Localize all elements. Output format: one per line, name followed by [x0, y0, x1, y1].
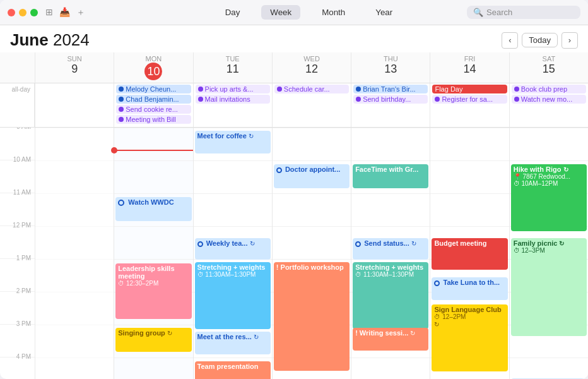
day-view-button[interactable]: Day — [216, 5, 249, 20]
allday-label: all-day — [0, 83, 35, 127]
event-leadership-meeting[interactable]: Leadership skills meeting ⏱ 12:30–2PM — [115, 263, 191, 319]
fullscreen-button[interactable] — [30, 9, 38, 16]
calendar-dot — [119, 117, 124, 122]
allday-event-flag-day[interactable]: Flag Day — [432, 85, 507, 93]
calendar-dot — [198, 87, 203, 92]
allday-event[interactable]: Melody Cheun... — [116, 85, 191, 93]
allday-row: all-day Melody Cheun... Chad Benjamin...… — [0, 83, 588, 128]
allday-event[interactable]: Schedule car... — [274, 85, 349, 93]
month-view-button[interactable]: Month — [313, 5, 354, 20]
day-col-mon: Watch WWDC Leadership skills meeting ⏱ 1… — [114, 128, 192, 379]
calendar-dot — [514, 87, 519, 92]
time-grid: 9 AM 10 AM 11 AM 12 PM 1 PM 2 PM 3 PM 4 … — [0, 128, 588, 379]
event-meet-restaurant[interactable]: Meet at the res... ↻ — [195, 332, 271, 354]
day-header-fri: FRI 14 — [430, 52, 509, 83]
event-budget-meeting[interactable]: Budget meeting — [432, 238, 507, 270]
event-weekly-tea[interactable]: Weekly tea... ↻ — [195, 238, 271, 260]
day-col-thu: FaceTime with Gr... Send status... ↻ Str… — [351, 128, 430, 379]
inbox-icon[interactable]: 📥 — [59, 7, 70, 18]
allday-event-meeting-bill[interactable]: Meeting with Bill — [116, 115, 191, 124]
event-watch-wwdc[interactable]: Watch WWDC — [115, 197, 191, 221]
allday-event[interactable]: Mail invitations — [196, 95, 270, 104]
traffic-lights — [8, 9, 38, 16]
calendar-dot — [356, 87, 361, 92]
day-header-tue: TUE 11 — [193, 52, 272, 83]
day-col-wed: Doctor appoint... ! Portfolio workshop — [272, 128, 351, 379]
allday-mon: Melody Cheun... Chad Benjamin... Send co… — [114, 83, 192, 127]
time-4pm: 4 PM — [0, 358, 35, 379]
calendar-window: ⊞ 📥 ＋ Day Week Month Year 🔍 Search June … — [0, 0, 588, 379]
event-singing-group[interactable]: Singing group ↻ — [115, 328, 191, 352]
sidebar-icon[interactable]: ⊞ — [45, 7, 53, 18]
calendar-dot — [198, 97, 203, 102]
event-portfolio-workshop[interactable]: ! Portfolio workshop — [274, 262, 350, 371]
allday-event-book-club[interactable]: Book club prep — [512, 85, 586, 93]
time-gutter-header — [0, 52, 35, 83]
event-stretching-tue[interactable]: Stretching + weights ⏱ 11:30AM–1:30PM — [195, 262, 271, 329]
minimize-button[interactable] — [19, 9, 26, 16]
day-col-sun — [35, 128, 114, 379]
day-headers-row: SUN 9 MON 10 TUE 11 WED 12 THU 13 FRI 14 — [0, 52, 588, 83]
view-nav: Day Week Month Year — [216, 5, 402, 20]
allday-event-pickup-arts[interactable]: Pick up arts &... — [196, 85, 270, 93]
allday-event[interactable]: Register for sa... — [432, 95, 507, 104]
calendar-dot — [356, 97, 361, 102]
event-sign-language[interactable]: Sign Language Club ⏱ 12–2PM ↻ — [432, 304, 507, 371]
search-icon: 🔍 — [473, 8, 483, 17]
calendar-header: June 2024 ‹ Today › — [0, 25, 588, 52]
time-labels: 9 AM 10 AM 11 AM 12 PM 1 PM 2 PM 3 PM 4 … — [0, 128, 35, 379]
allday-event[interactable]: Brian Tran's Bir... — [353, 85, 428, 93]
calendar-dot — [514, 97, 519, 102]
calendar-dot — [435, 97, 440, 102]
event-family-picnic[interactable]: Family picnic ↻ ⏱ 12–3PM — [511, 238, 587, 336]
allday-sat: Book club prep Watch new mo... — [509, 83, 588, 127]
event-hike[interactable]: Hike with Rigo ↻ 📍 7867 Redwood... ⏱ 10A… — [511, 164, 587, 231]
today-button[interactable]: Today — [522, 33, 558, 47]
current-time-line — [114, 150, 192, 151]
event-facetime[interactable]: FaceTime with Gr... — [353, 164, 428, 188]
titlebar: ⊞ 📥 ＋ Day Week Month Year 🔍 Search — [0, 0, 588, 25]
calendar-dot — [119, 97, 124, 102]
calendar-dot — [119, 87, 124, 92]
event-take-luna[interactable]: Take Luna to th... — [432, 277, 507, 300]
day-col-fri: Budget meeting Take Luna to th... Sign L… — [430, 128, 509, 379]
event-stretching-thu[interactable]: Stretching + weights ⏱ 11:30AM–1:30PM — [353, 262, 428, 329]
day-col-tue: Meet for coffee ↻ Weekly tea... ↻ Stretc… — [193, 128, 272, 379]
date-navigation: ‹ Today › — [502, 32, 578, 49]
day-header-thu: THU 13 — [351, 52, 430, 83]
day-col-sat: Hike with Rigo ↻ 📍 7867 Redwood... ⏱ 10A… — [509, 128, 588, 379]
allday-thu: Brian Tran's Bir... Send birthday... — [351, 83, 430, 127]
calendar-grid: SUN 9 MON 10 TUE 11 WED 12 THU 13 FRI 14 — [0, 52, 588, 379]
day-header-mon: MON 10 — [114, 52, 192, 83]
calendar-dot — [119, 107, 124, 112]
add-icon[interactable]: ＋ — [76, 7, 85, 18]
year-view-button[interactable]: Year — [367, 5, 401, 20]
calendar-dot — [277, 87, 282, 92]
allday-event[interactable]: Send cookie re... — [116, 105, 191, 114]
allday-event[interactable]: Chad Benjamin... — [116, 95, 191, 104]
day-header-wed: WED 12 — [272, 52, 351, 83]
event-meet-coffee[interactable]: Meet for coffee ↻ — [195, 131, 271, 153]
event-writing-session[interactable]: ! Writing sessi... ↻ — [353, 328, 428, 351]
allday-event[interactable]: Send birthday... — [353, 95, 428, 104]
close-button[interactable] — [8, 9, 15, 16]
day-header-sun: SUN 9 — [35, 52, 114, 83]
allday-fri: Flag Day Register for sa... — [430, 83, 509, 127]
search-placeholder: Search — [486, 8, 512, 17]
week-view-button[interactable]: Week — [261, 5, 300, 20]
allday-tue: Pick up arts &... Mail invitations — [193, 83, 272, 127]
sidebar-icons: ⊞ 📥 ＋ — [45, 7, 85, 18]
prev-button[interactable]: ‹ — [502, 32, 518, 49]
allday-sun — [35, 83, 114, 127]
event-team-presentation[interactable]: Team presentation — [195, 361, 271, 379]
event-send-status[interactable]: Send status... ↻ — [353, 238, 428, 260]
allday-wed: Schedule car... — [272, 83, 351, 127]
next-button[interactable]: › — [562, 32, 578, 49]
event-doctor[interactable]: Doctor appoint... — [274, 164, 350, 188]
search-bar[interactable]: 🔍 Search — [467, 6, 580, 19]
calendar-title: June 2024 — [10, 30, 90, 50]
allday-event[interactable]: Watch new mo... — [512, 95, 586, 104]
day-header-sat: SAT 15 — [509, 52, 588, 83]
